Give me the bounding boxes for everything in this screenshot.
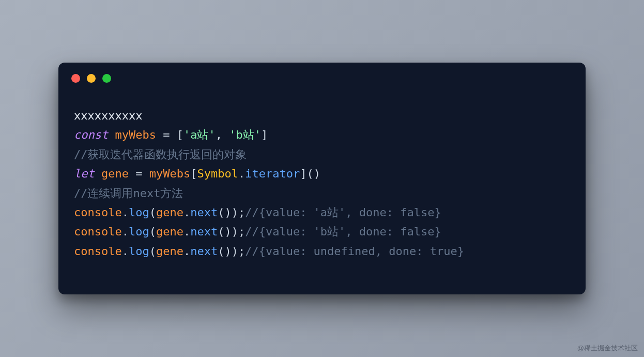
token-punct: . bbox=[183, 225, 190, 238]
token-punct: ( bbox=[149, 225, 156, 238]
maximize-icon[interactable] bbox=[102, 74, 111, 83]
token-ident: gene bbox=[156, 206, 183, 219]
token-punct: ()); bbox=[218, 206, 245, 219]
token-comment: //{value: 'b站', done: false} bbox=[245, 225, 441, 238]
token-ident: gene bbox=[156, 225, 183, 238]
token-punct: , bbox=[216, 128, 222, 141]
token-punct: ( bbox=[149, 206, 156, 219]
token-plain bbox=[156, 128, 163, 141]
token-method: log bbox=[129, 245, 149, 258]
token-comment: //{value: 'a站', done: false} bbox=[245, 206, 441, 219]
token-punct: . bbox=[122, 225, 129, 238]
token-keyword: const bbox=[74, 128, 108, 141]
token-method: next bbox=[190, 206, 218, 219]
token-punct: ]() bbox=[300, 167, 320, 180]
window-titlebar bbox=[58, 63, 586, 88]
token-plain bbox=[129, 167, 135, 180]
token-plain: xxxxxxxxxx bbox=[74, 109, 142, 122]
token-ident: console bbox=[74, 245, 122, 258]
code-line: const myWebs = ['a站', 'b站'] bbox=[74, 125, 570, 144]
token-plain bbox=[222, 128, 229, 141]
token-punct: [ bbox=[190, 167, 197, 180]
token-punct: . bbox=[122, 245, 129, 258]
token-punct: = bbox=[163, 128, 170, 141]
token-plain bbox=[95, 167, 101, 180]
token-ident: myWebs bbox=[149, 167, 190, 180]
token-ident: gene bbox=[156, 245, 183, 258]
token-punct: . bbox=[183, 245, 190, 258]
token-plain bbox=[108, 128, 115, 141]
token-comment: //获取迭代器函数执行返回的对象 bbox=[74, 148, 247, 161]
token-string: 'a站' bbox=[183, 128, 216, 141]
watermark-text: @稀土掘金技术社区 bbox=[577, 344, 638, 353]
token-keyword: let bbox=[74, 167, 95, 180]
code-line: console.log(gene.next());//{value: 'a站',… bbox=[74, 203, 570, 222]
token-punct: . bbox=[122, 206, 129, 219]
token-comment: //{value: undefined, done: true} bbox=[245, 245, 464, 258]
token-plain bbox=[142, 167, 149, 180]
code-content: xxxxxxxxxxconst myWebs = ['a站', 'b站']//获… bbox=[58, 88, 586, 266]
token-method: next bbox=[190, 225, 218, 238]
token-method: next bbox=[190, 245, 218, 258]
token-builtin: Symbol bbox=[197, 167, 238, 180]
code-line: let gene = myWebs[Symbol.iterator]() bbox=[74, 164, 570, 183]
token-method: log bbox=[129, 225, 149, 238]
code-line: //获取迭代器函数执行返回的对象 bbox=[74, 145, 570, 164]
token-punct: [ bbox=[177, 128, 183, 141]
token-comment: //连续调用next方法 bbox=[74, 187, 183, 200]
token-plain bbox=[170, 128, 176, 141]
token-method: iterator bbox=[245, 167, 300, 180]
code-line: //连续调用next方法 bbox=[74, 184, 570, 203]
token-punct: ()); bbox=[218, 245, 245, 258]
token-punct: ] bbox=[261, 128, 268, 141]
code-window: xxxxxxxxxxconst myWebs = ['a站', 'b站']//获… bbox=[58, 63, 586, 294]
code-line: console.log(gene.next());//{value: undef… bbox=[74, 242, 570, 261]
token-punct: . bbox=[238, 167, 245, 180]
token-ident: gene bbox=[101, 167, 129, 180]
token-punct: . bbox=[183, 206, 190, 219]
token-punct: = bbox=[135, 167, 142, 180]
close-icon[interactable] bbox=[71, 74, 80, 83]
token-method: log bbox=[129, 206, 149, 219]
token-ident: console bbox=[74, 225, 122, 238]
code-line: console.log(gene.next());//{value: 'b站',… bbox=[74, 222, 570, 241]
code-line: xxxxxxxxxx bbox=[74, 106, 570, 125]
token-ident: myWebs bbox=[115, 128, 156, 141]
token-string: 'b站' bbox=[229, 128, 261, 141]
token-ident: console bbox=[74, 206, 122, 219]
token-punct: ( bbox=[149, 245, 156, 258]
token-punct: ()); bbox=[218, 225, 245, 238]
minimize-icon[interactable] bbox=[87, 74, 96, 83]
